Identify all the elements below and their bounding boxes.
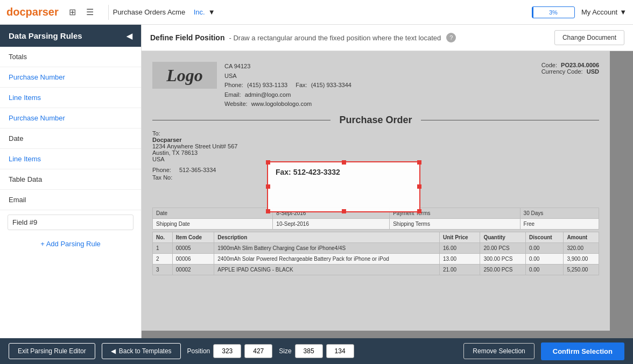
col-quantity: Quantity [480, 232, 526, 242]
exit-parsing-rule-editor-button[interactable]: Exit Parsing Rule Editor [9, 343, 95, 359]
po-code-row: Code: PO23.04.0006 [541, 62, 599, 68]
sidebar-item-purchase-number-2[interactable]: Purchase Number [0, 108, 141, 129]
address2: Austin, TX 78613 [152, 149, 599, 156]
cell-qty: 250.00 PCS [480, 264, 526, 275]
dropdown-arrow-icon[interactable]: ▼ [208, 8, 215, 16]
parser-name: Purchase Orders Acme [113, 8, 185, 16]
document-viewer[interactable]: Logo CA 94123 USA Phone: (415) 933-1133 … [142, 51, 633, 338]
sidebar-item-email[interactable]: Email [0, 190, 141, 210]
cell-no: 3 [153, 264, 173, 275]
shipping-terms-label: Shipping Terms [390, 218, 520, 229]
position-x-input[interactable] [213, 344, 241, 358]
cell-price: 13.00 [439, 253, 480, 264]
table-row: 3 00002 APPLE IPAD CASING - BLACK 21.00 … [153, 264, 599, 275]
company-email: Email: admin@logo.com [224, 90, 351, 100]
handle-top-left[interactable] [266, 160, 270, 165]
cell-amt: 3,900.00 [564, 253, 599, 264]
my-account[interactable]: My Account ▼ [581, 8, 627, 16]
help-icon[interactable]: ? [446, 33, 456, 42]
size-height-input[interactable] [326, 344, 354, 358]
table-row: 1 00005 1900mAh Slim Battery Charging Ca… [153, 242, 599, 253]
po-currency-row: Currency Code: USD [541, 68, 599, 75]
shipping-date-value: 10-Sept-2016 [273, 218, 390, 229]
sidebar-item-date[interactable]: Date [0, 129, 141, 149]
po-currency-value: USD [587, 68, 599, 75]
po-code-value: PO23.04.0006 [561, 62, 599, 68]
handle-top-right[interactable] [417, 160, 421, 165]
col-description: Description [214, 232, 440, 242]
company-address1: CA 94123 [224, 62, 351, 72]
shipping-date-label: Shipping Date [153, 218, 273, 229]
to-section: To: Docparser 1234 Anywhere Street Unit#… [152, 130, 599, 162]
phone-row: Phone: 512-365-3334 [152, 167, 216, 173]
content-area: Define Field Position - Draw a rectangul… [142, 25, 633, 338]
cell-code: 00006 [172, 253, 214, 264]
cell-no: 1 [153, 242, 173, 253]
company-info: CA 94123 USA Phone: (415) 933-1133 Fax: … [224, 62, 351, 109]
po-title: Purchase Order [339, 115, 412, 126]
sidebar-item-line-items-1[interactable]: Line Items [0, 88, 141, 108]
position-label: Position [187, 347, 210, 355]
grid-icon[interactable]: ⊞ [67, 7, 78, 18]
sidebar-item-table-data[interactable]: Table Data [0, 169, 141, 190]
sidebar-collapse-icon[interactable]: ◀ [126, 32, 132, 40]
nav-icons: ⊞ ☰ [67, 7, 95, 18]
payment-terms-value: 30 Days [520, 208, 599, 218]
po-title-line-right [421, 120, 599, 120]
selection-content: Fax: 512-423-3332 [268, 162, 419, 182]
define-bar-title: Define Field Position [150, 33, 224, 42]
list-icon[interactable]: ☰ [85, 7, 95, 18]
sidebar-header-label: Data Parsing Rules [9, 31, 82, 40]
progress-label: 3% [532, 7, 574, 18]
doc-header: Logo CA 94123 USA Phone: (415) 933-1133 … [152, 62, 599, 109]
cell-desc: 1900mAh Slim Battery Charging Case for i… [214, 242, 440, 253]
line-items-table: No. Item Code Description Unit Price Qua… [152, 232, 599, 275]
sidebar-item-purchase-number-1[interactable]: Purchase Number [0, 67, 141, 88]
position-y-input[interactable] [244, 344, 272, 358]
size-section: Size [279, 344, 354, 358]
cell-qty: 20.00 PCS [480, 242, 526, 253]
define-bar: Define Field Position - Draw a rectangul… [142, 25, 633, 51]
po-title-section: Purchase Order [152, 115, 599, 126]
define-bar-subtitle: - Draw a rectangular around the fixed po… [229, 34, 441, 42]
top-nav: docparser ⊞ ☰ Purchase Orders Acme Inc. … [0, 0, 633, 25]
contact-row: Phone: 512-365-3334 Tax No: [152, 167, 599, 204]
po-title-line-left [152, 120, 330, 120]
col-amount: Amount [564, 232, 599, 242]
to-label: To: [152, 130, 599, 137]
handle-bottom-left[interactable] [266, 209, 270, 213]
remove-selection-button[interactable]: Remove Selection [463, 343, 534, 359]
field-input[interactable] [8, 215, 133, 230]
back-to-templates-button[interactable]: ◀ Back to Templates [102, 343, 181, 359]
sidebar-item-line-items-2[interactable]: Line Items [0, 149, 141, 169]
logo: docparser [6, 6, 59, 18]
cell-amt: 5,250.00 [564, 264, 599, 275]
address1: 1234 Anywhere Street Unit# 567 [152, 143, 599, 149]
cell-no: 2 [153, 253, 173, 264]
confirm-selection-button[interactable]: Confirm Selection [541, 342, 624, 360]
company-website: Website: www.logolobologo.com [224, 99, 351, 109]
date-label: Date [153, 208, 273, 218]
handle-bottom-mid[interactable] [342, 209, 346, 213]
cell-amt: 320.00 [564, 242, 599, 253]
po-info: Code: PO23.04.0006 Currency Code: USD [541, 62, 599, 109]
handle-bottom-right[interactable] [417, 209, 421, 213]
add-parsing-rule-button[interactable]: + Add Parsing Rule [0, 234, 141, 253]
selection-box[interactable]: Fax: 512-423-3332 [267, 161, 420, 212]
document-page: Logo CA 94123 USA Phone: (415) 933-1133 … [142, 51, 610, 331]
handle-mid-left[interactable] [266, 184, 270, 189]
size-width-input[interactable] [295, 344, 323, 358]
cell-disc: 0.00 [525, 253, 563, 264]
cell-qty: 300.00 PCS [480, 253, 526, 264]
parser-dropdown[interactable]: Purchase Orders Acme Inc. ▼ [113, 8, 532, 16]
cell-disc: 0.00 [525, 242, 563, 253]
sidebar-item-totals[interactable]: Totals [0, 47, 141, 67]
cell-code: 00002 [172, 264, 214, 275]
company-logo: Logo [152, 62, 217, 89]
handle-mid-right[interactable] [417, 184, 421, 189]
company-address2: USA [224, 72, 351, 81]
col-discount: Discount [525, 232, 563, 242]
handle-top-mid[interactable] [342, 160, 346, 165]
cell-code: 00005 [172, 242, 214, 253]
change-document-button[interactable]: Change Document [554, 30, 624, 45]
